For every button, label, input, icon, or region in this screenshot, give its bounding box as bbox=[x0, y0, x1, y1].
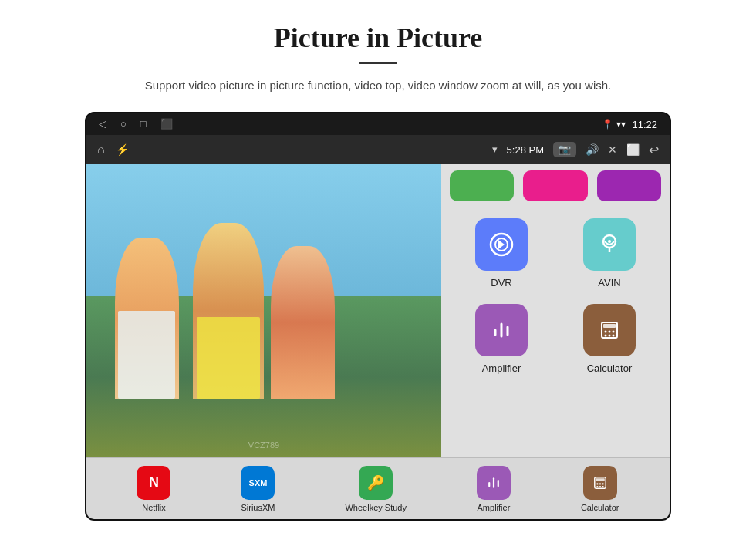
svg-point-11 bbox=[609, 331, 611, 333]
partial-top-row bbox=[447, 170, 663, 207]
svg-point-21 bbox=[596, 483, 598, 484]
wifi-icon: ▾▾ bbox=[616, 119, 626, 130]
svg-point-10 bbox=[605, 331, 607, 333]
back-icon[interactable]: ◁ bbox=[99, 118, 106, 130]
camera-button[interactable]: 📷 bbox=[553, 142, 576, 157]
toolbar-row: ⌂ ⚡ ▾ 5:28 PM 📷 🔊 ✕ ⬜ ↩ bbox=[86, 135, 670, 164]
svg-point-26 bbox=[602, 485, 603, 487]
page-subtitle: Support video picture in picture functio… bbox=[31, 76, 725, 95]
device-frame: ◁ ○ □ ⬛ 📍 ▾▾ 11:22 ⌂ ⚡ ▾ 5:28 PM 📷 🔊 bbox=[85, 112, 671, 521]
bottom-app-wheelkey[interactable]: 🔑 Wheelkey Study bbox=[345, 466, 406, 512]
home-toolbar-icon[interactable]: ⌂ bbox=[97, 143, 105, 157]
amplifier-bottom-label: Amplifier bbox=[478, 503, 511, 512]
avin-icon bbox=[583, 218, 636, 271]
partial-app-2 bbox=[523, 170, 587, 201]
svg-point-15 bbox=[613, 335, 615, 337]
video-thumbnail bbox=[86, 164, 441, 457]
svg-point-3 bbox=[608, 240, 611, 243]
svg-point-24 bbox=[596, 485, 598, 487]
home-icon[interactable]: ○ bbox=[120, 118, 127, 130]
close-icon[interactable]: ✕ bbox=[608, 143, 617, 157]
toolbar-time: 5:28 PM bbox=[507, 144, 544, 156]
wheelkey-icon: 🔑 bbox=[359, 466, 393, 500]
calculator-label: Calculator bbox=[587, 363, 633, 374]
app-item-amplifier[interactable]: Amplifier bbox=[447, 296, 555, 382]
status-bar-left-icons: ◁ ○ □ ⬛ bbox=[99, 118, 173, 130]
toolbar-right: ▾ 5:28 PM 📷 🔊 ✕ ⬜ ↩ bbox=[492, 142, 659, 157]
watermark: VCZ789 bbox=[248, 440, 279, 450]
bottom-app-sirius[interactable]: SXM SiriusXM bbox=[241, 466, 275, 512]
dvr-label: DVR bbox=[491, 277, 511, 288]
dvr-icon bbox=[475, 218, 528, 271]
partial-app-3 bbox=[597, 170, 661, 201]
svg-point-22 bbox=[599, 483, 601, 484]
cast-icon[interactable]: ⬛ bbox=[160, 118, 173, 130]
app-item-avin[interactable]: AVIN bbox=[555, 211, 663, 296]
status-bar-top: ◁ ○ □ ⬛ 📍 ▾▾ 11:22 bbox=[86, 113, 670, 135]
apps-area: DVR AVIN bbox=[441, 164, 670, 457]
sirius-icon: SXM bbox=[241, 466, 275, 500]
status-bar-right-icons: 📍 ▾▾ 11:22 bbox=[602, 119, 657, 130]
app-item-dvr[interactable]: DVR bbox=[447, 211, 555, 296]
amplifier-label: Amplifier bbox=[482, 363, 521, 374]
bottom-apps-row: N Netflix SXM SiriusXM 🔑 Wheelkey Study bbox=[86, 457, 670, 519]
time-display: 11:22 bbox=[632, 119, 657, 130]
svg-rect-9 bbox=[603, 324, 616, 328]
location-icon: 📍 bbox=[602, 119, 613, 130]
amplifier-bottom-icon bbox=[477, 466, 511, 500]
wheelkey-label: Wheelkey Study bbox=[345, 503, 406, 512]
avin-label: AVIN bbox=[598, 277, 620, 288]
usb-icon: ⚡ bbox=[116, 143, 129, 157]
partial-app-1 bbox=[450, 170, 514, 201]
svg-point-23 bbox=[602, 483, 603, 484]
app-item-calculator[interactable]: Calculator bbox=[555, 296, 663, 382]
bottom-app-amplifier[interactable]: Amplifier bbox=[477, 466, 511, 512]
calculator-bottom-label: Calculator bbox=[581, 503, 619, 512]
recents-icon[interactable]: □ bbox=[140, 118, 147, 130]
svg-rect-20 bbox=[596, 478, 605, 481]
amplifier-icon bbox=[475, 304, 528, 356]
svg-point-12 bbox=[613, 331, 615, 333]
netflix-label: Netflix bbox=[142, 503, 166, 512]
back-toolbar-icon[interactable]: ↩ bbox=[649, 143, 659, 157]
svg-point-25 bbox=[599, 485, 601, 487]
title-divider bbox=[359, 62, 397, 64]
sirius-label: SiriusXM bbox=[241, 503, 275, 512]
pip-window-icon[interactable]: ⬜ bbox=[626, 143, 640, 157]
calculator-bottom-icon bbox=[583, 466, 617, 500]
netflix-icon: N bbox=[137, 466, 170, 500]
video-area[interactable]: 📷 − + ⊗ ⏮ ▶ ⏭ VCZ789 bbox=[86, 164, 441, 457]
main-content: 📷 − + ⊗ ⏮ ▶ ⏭ VCZ789 bbox=[86, 164, 670, 457]
volume-icon[interactable]: 🔊 bbox=[586, 143, 599, 157]
calculator-icon bbox=[583, 304, 636, 356]
svg-point-14 bbox=[609, 335, 611, 337]
toolbar-left: ⌂ ⚡ bbox=[97, 143, 129, 157]
bottom-app-calculator[interactable]: Calculator bbox=[581, 466, 619, 512]
bottom-app-netflix[interactable]: N Netflix bbox=[137, 466, 170, 512]
svg-point-13 bbox=[605, 335, 607, 337]
page-title: Picture in Picture bbox=[31, 22, 725, 54]
wifi-toolbar-icon: ▾ bbox=[492, 143, 498, 156]
